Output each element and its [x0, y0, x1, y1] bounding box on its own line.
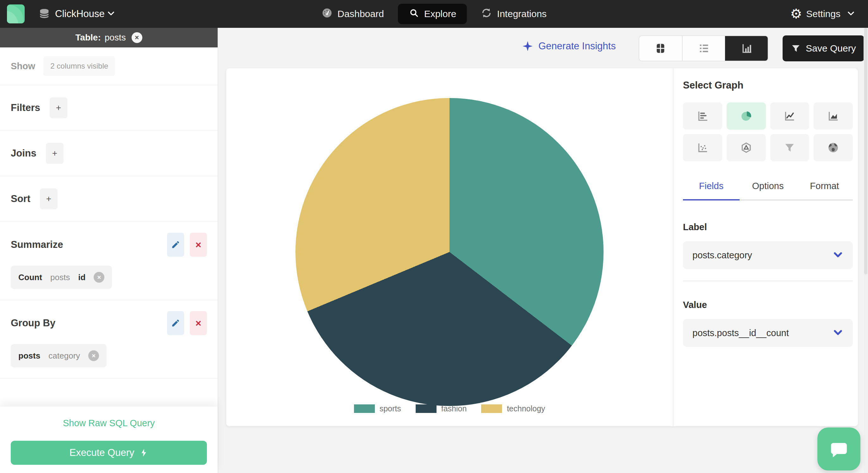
aggregate-name: Count	[18, 273, 42, 282]
save-query-button[interactable]: Save Query	[783, 35, 864, 61]
funnel-chart-icon	[783, 141, 796, 154]
scatter-plot-icon	[696, 141, 709, 154]
chevron-down-icon	[846, 9, 855, 19]
settings-label: Settings	[806, 8, 840, 19]
execute-query-button[interactable]: Execute Query	[11, 441, 207, 465]
chevron-down-icon[interactable]	[106, 9, 116, 19]
sparkle-icon	[522, 40, 533, 52]
chip-column: id	[78, 273, 85, 282]
graph-type-funnel[interactable]	[770, 134, 809, 161]
graph-type-radar[interactable]	[726, 134, 766, 161]
chip-column: category	[49, 351, 80, 361]
edit-summarize-button[interactable]	[167, 233, 184, 257]
remove-chip-icon[interactable]: ×	[88, 350, 99, 361]
graph-type-grid	[683, 102, 853, 161]
show-label: Show	[11, 61, 35, 71]
graph-type-scatter[interactable]	[683, 134, 722, 161]
connection-selector[interactable]: ClickHouse	[55, 8, 105, 20]
legend-swatch-fashion	[416, 404, 437, 413]
top-navbar: ClickHouse Dashboard Explore Integration…	[0, 0, 868, 28]
chat-bubble-icon	[828, 438, 850, 460]
value-field-value: posts.posts__id__count	[692, 328, 789, 338]
execute-query-label: Execute Query	[69, 447, 134, 459]
search-icon	[409, 8, 420, 21]
remove-summarize-button[interactable]: ×	[190, 233, 207, 257]
add-filter-button[interactable]: +	[50, 97, 67, 118]
legend-item[interactable]: sports	[354, 404, 401, 413]
legend-swatch-technology	[481, 404, 502, 413]
add-sort-button[interactable]: +	[40, 188, 58, 209]
legend-item[interactable]: technology	[481, 404, 545, 413]
graph-type-area[interactable]	[814, 102, 853, 130]
scrollbar-thumb[interactable]	[864, 28, 867, 275]
show-raw-sql-link[interactable]: Show Raw SQL Query	[0, 418, 218, 429]
nav-item-integrations[interactable]: Integrations	[481, 7, 547, 21]
result-card: sports fashion technology Select Graph	[226, 68, 858, 426]
table-view-button[interactable]	[639, 36, 682, 61]
graph-type-horizontal-bar[interactable]	[683, 102, 722, 130]
pie-chart[interactable]	[296, 98, 603, 406]
lightning-bolt-icon	[140, 448, 148, 457]
nav-item-explore[interactable]: Explore	[398, 4, 467, 24]
close-table-icon[interactable]: ×	[132, 32, 142, 43]
nav-item-label: Explore	[424, 8, 457, 19]
joins-section: Joins +	[0, 131, 218, 177]
summarize-chip: Count posts id ×	[11, 265, 112, 289]
generate-insights-button[interactable]: Generate Insights	[522, 40, 616, 52]
group-by-title: Group By	[11, 317, 55, 329]
radar-chart-icon	[740, 141, 752, 154]
remove-chip-icon[interactable]: ×	[94, 272, 104, 283]
legend-label: sports	[380, 404, 401, 413]
page-scrollbar[interactable]	[864, 28, 868, 473]
app-logo[interactable]	[7, 4, 25, 23]
funnel-icon	[791, 43, 801, 54]
database-icon	[38, 7, 51, 21]
chat-widget-button[interactable]	[817, 428, 860, 470]
pencil-icon	[171, 240, 180, 249]
graph-type-line[interactable]	[770, 102, 809, 130]
add-join-button[interactable]: +	[46, 143, 64, 164]
filters-section: Filters +	[0, 85, 218, 131]
settings-tabs: Fields Options Format	[683, 181, 853, 200]
chart-legend: sports fashion technology	[226, 404, 673, 413]
table-view-icon	[654, 42, 666, 54]
nav-item-dashboard[interactable]: Dashboard	[321, 7, 384, 21]
bar-chart-view-icon	[740, 42, 753, 55]
settings-menu[interactable]: ⚙ Settings	[790, 0, 855, 28]
label-field-dropdown[interactable]: posts.category	[683, 241, 853, 269]
view-toggle	[639, 35, 768, 61]
remove-group-by-button[interactable]: ×	[190, 311, 207, 335]
tab-fields[interactable]: Fields	[683, 181, 740, 199]
globe-icon	[827, 141, 840, 154]
pie-chart-icon	[740, 109, 753, 123]
gauge-icon	[321, 7, 333, 21]
save-query-label: Save Query	[806, 43, 856, 54]
columns-visible-chip[interactable]: 2 columns visible	[43, 56, 115, 76]
main-nav: Dashboard Explore Integrations	[321, 0, 547, 28]
legend-swatch-sports	[354, 404, 375, 413]
chevron-down-icon	[833, 327, 843, 339]
tab-format[interactable]: Format	[796, 181, 853, 199]
value-field-dropdown[interactable]: posts.posts__id__count	[683, 319, 853, 347]
list-view-button[interactable]	[682, 36, 725, 61]
line-chart-icon	[783, 110, 796, 122]
area-chart-icon	[827, 110, 840, 122]
chart-view-button[interactable]	[725, 36, 768, 61]
tab-options[interactable]: Options	[740, 181, 796, 199]
label-field-value: posts.category	[692, 250, 752, 260]
legend-item[interactable]: fashion	[416, 404, 467, 413]
summarize-section: Summarize × Count posts id ×	[0, 222, 218, 301]
graph-type-pie[interactable]	[726, 102, 766, 130]
group-by-chip: posts category ×	[11, 344, 106, 368]
generate-insights-label: Generate Insights	[538, 40, 616, 52]
nav-item-label: Dashboard	[338, 8, 384, 19]
table-header: Table: posts ×	[0, 28, 218, 48]
fields-divider	[683, 280, 853, 281]
select-graph-title: Select Graph	[683, 80, 853, 91]
chip-table: posts	[50, 273, 70, 282]
graph-type-geo-map[interactable]	[814, 134, 853, 161]
table-header-prefix: Table:	[75, 33, 101, 43]
group-by-section: Group By × posts category ×	[0, 301, 218, 379]
edit-group-by-button[interactable]	[167, 311, 184, 335]
graph-settings-panel: Select Graph	[683, 68, 853, 347]
